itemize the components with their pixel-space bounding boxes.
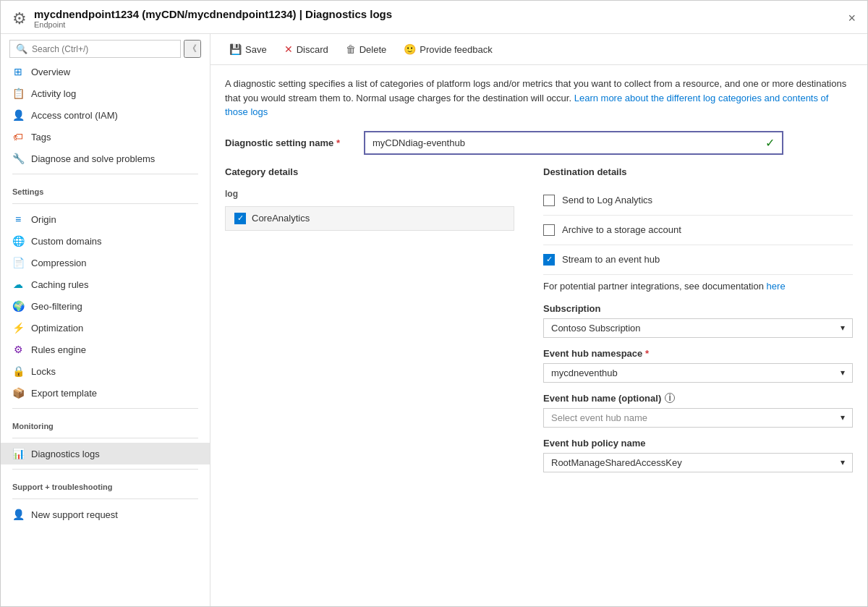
save-button[interactable]: 💾 Save [222, 40, 274, 59]
content-body: A diagnostic setting specifies a list of… [210, 65, 867, 606]
section-divider [12, 174, 198, 174]
required-marker: * [336, 137, 340, 148]
close-button[interactable]: × [848, 11, 856, 26]
sidebar-item-label: Rules engine [31, 344, 86, 355]
tags-icon: 🏷 [12, 131, 24, 143]
gear-icon: ⚙ [12, 9, 27, 28]
iam-icon: 👤 [12, 109, 24, 121]
search-box[interactable]: 🔍 [9, 40, 181, 58]
feedback-button[interactable]: 🙂 Provide feedback [396, 40, 499, 59]
sidebar-item-optimization[interactable]: ⚡ Optimization [1, 317, 210, 339]
app-window: ⚙ mycdnendpoint1234 (myCDN/mycdnendpoint… [0, 0, 868, 607]
sidebar-item-locks[interactable]: 🔒 Locks [1, 360, 210, 382]
diag-name-input[interactable]: myCDNdiag-eventhub ✓ [364, 131, 783, 155]
eventhub-name-select[interactable]: Select event hub name ▾ [543, 408, 853, 428]
sidebar-item-label: New support request [31, 509, 118, 520]
diag-name-row: Diagnostic setting name * myCDNdiag-even… [225, 131, 853, 155]
sidebar-item-label: Overview [31, 67, 70, 77]
page-title: mycdnendpoint1234 (myCDN/mycdnendpoint12… [34, 8, 392, 20]
subscription-select[interactable]: Contoso Subscription ▾ [543, 318, 853, 338]
eventhub-policy-value: RootManageSharedAccessKey [551, 457, 682, 468]
eventhub-name-label: Event hub name (optional) i [543, 393, 853, 404]
eventhub-policy-chevron: ▾ [841, 457, 845, 467]
sidebar-item-tags[interactable]: 🏷 Tags [1, 126, 210, 148]
category-item-coreanalytics[interactable]: CoreAnalytics [225, 206, 514, 231]
sidebar-item-label: Caching rules [31, 279, 89, 290]
section-divider5 [12, 469, 198, 470]
subscription-label: Subscription [543, 303, 853, 314]
dest-item-storage[interactable]: Archive to a storage account [543, 216, 853, 245]
dest-item-eventhub[interactable]: Stream to an event hub [543, 245, 853, 275]
discard-button[interactable]: ✕ Discard [277, 40, 336, 59]
discard-icon: ✕ [284, 43, 293, 55]
subscription-group: Subscription Contoso Subscription ▾ [543, 303, 853, 338]
sidebar-item-rules[interactable]: ⚙ Rules engine [1, 339, 210, 360]
support-icon: 👤 [12, 509, 24, 520]
diagnose-icon: 🔧 [12, 153, 24, 164]
sidebar-item-diagnose[interactable]: 🔧 Diagnose and solve problems [1, 148, 210, 169]
sidebar-item-label: Diagnose and solve problems [31, 153, 155, 164]
export-icon: 📦 [12, 387, 24, 399]
category-section: log CoreAnalytics [225, 186, 514, 231]
title-bar: ⚙ mycdnendpoint1234 (myCDN/mycdnendpoint… [1, 1, 867, 34]
monitoring-section-label: Monitoring [1, 413, 210, 433]
coreanalytics-checkbox[interactable] [234, 213, 246, 224]
coreanalytics-label: CoreAnalytics [252, 213, 310, 224]
check-icon: ✓ [765, 136, 775, 150]
sidebar-item-overview[interactable]: ⊞ Overview [1, 61, 210, 82]
eventhub-ns-label: Event hub namespace * [543, 348, 853, 359]
sidebar-item-caching[interactable]: ☁ Caching rules [1, 273, 210, 295]
description-text: A diagnostic setting specifies a list of… [225, 77, 853, 119]
sidebar-item-diagnostics[interactable]: 📊 Diagnostics logs [1, 443, 210, 464]
eventhub-name-chevron: ▾ [841, 412, 845, 423]
sidebar-item-iam[interactable]: 👤 Access control (IAM) [1, 104, 210, 126]
sidebar-item-label: Origin [31, 214, 56, 225]
destination-details-title: Destination details [543, 166, 853, 177]
sidebar-item-label: Custom domains [31, 236, 102, 247]
collapse-button[interactable]: 《 [184, 40, 201, 58]
dest-item-log-analytics[interactable]: Send to Log Analytics [543, 186, 853, 216]
sidebar-item-custom-domains[interactable]: 🌐 Custom domains [1, 230, 210, 252]
sidebar-item-geo[interactable]: 🌍 Geo-filtering [1, 295, 210, 317]
log-category-label: log [225, 186, 514, 202]
eventhub-label: Stream to an event hub [562, 254, 660, 265]
eventhub-policy-group: Event hub policy name RootManageSharedAc… [543, 438, 853, 472]
storage-checkbox[interactable] [543, 224, 555, 236]
sidebar-item-export[interactable]: 📦 Export template [1, 382, 210, 404]
two-col-layout: Category details log CoreAnalytics Desti… [225, 166, 853, 483]
required-marker2: * [645, 348, 649, 359]
search-input[interactable] [32, 44, 174, 54]
sidebar-item-label: Tags [31, 132, 51, 143]
delete-icon: 🗑 [346, 43, 356, 55]
sidebar-item-compression[interactable]: 📄 Compression [1, 252, 210, 273]
partner-link[interactable]: here [767, 281, 786, 292]
sidebar-item-label: Compression [31, 258, 87, 268]
eventhub-checkbox[interactable] [543, 254, 555, 266]
log-analytics-label: Send to Log Analytics [562, 195, 652, 205]
overview-icon: ⊞ [12, 66, 24, 77]
eventhub-name-placeholder: Select event hub name [551, 412, 647, 423]
destination-details-col: Destination details Send to Log Analytic… [543, 166, 853, 483]
category-details-col: Category details log CoreAnalytics [225, 166, 514, 483]
eventhub-ns-group: Event hub namespace * mycdneventhub ▾ [543, 348, 853, 383]
sidebar-item-origin[interactable]: ≡ Origin [1, 208, 210, 230]
section-divider3 [12, 408, 198, 409]
page-subtitle: Endpoint [34, 20, 392, 29]
storage-label: Archive to a storage account [562, 224, 681, 235]
eventhub-ns-select[interactable]: mycdneventhub ▾ [543, 363, 853, 383]
subscription-chevron: ▾ [841, 323, 845, 333]
section-divider6 [12, 498, 198, 499]
eventhub-policy-select[interactable]: RootManageSharedAccessKey ▾ [543, 453, 853, 472]
rules-icon: ⚙ [12, 344, 24, 355]
search-icon: 🔍 [16, 43, 27, 54]
section-divider2 [12, 203, 198, 204]
eventhub-name-group: Event hub name (optional) i Select event… [543, 393, 853, 428]
sidebar-item-label: Diagnostics logs [31, 449, 100, 459]
sidebar-item-support[interactable]: 👤 New support request [1, 504, 210, 525]
info-icon: i [665, 393, 675, 403]
sidebar-item-activity-log[interactable]: 📋 Activity log [1, 82, 210, 104]
geo-icon: 🌍 [12, 300, 24, 312]
log-analytics-checkbox[interactable] [543, 195, 555, 206]
eventhub-policy-label: Event hub policy name [543, 438, 853, 449]
delete-button[interactable]: 🗑 Delete [339, 40, 394, 59]
